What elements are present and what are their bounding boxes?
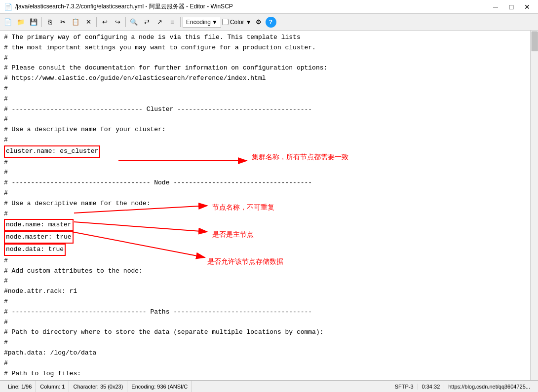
code-line: # https://www.elastic.co/guide/en/elasti… [4,73,526,84]
code-line: # Use a descriptive name for your cluste… [4,125,526,135]
code-line: # the most important settings you may wa… [4,43,526,53]
encoding-label: Encoding [186,19,211,26]
cut-button[interactable]: ✂ [57,16,69,28]
code-line: node.master: true [4,231,526,244]
code-line: # ------------------------------------ N… [4,178,526,188]
code-line: # [4,256,526,266]
code-line: node.data: true [4,244,526,256]
code-line: # [4,338,526,348]
encoding-arrow: ▼ [212,19,218,26]
code-line: # Please consult the documentation for f… [4,63,526,73]
settings-button[interactable]: ⚙ [253,16,265,28]
code-line: # Use a descriptive name for the node: [4,199,526,209]
color-label: Color [230,19,244,26]
help-button[interactable]: ? [266,17,276,28]
status-encoding: Encoding: 936 (ANSI/C [127,381,192,392]
code-line: # Path to directory where to store the d… [4,327,526,338]
code-line: # [4,379,526,380]
toolbar-sep-3 [125,17,126,27]
scrollbar-thumb[interactable] [532,32,538,51]
redo-button[interactable]: ↪ [112,16,123,28]
copy-button[interactable]: ⎘ [44,16,56,28]
replace-button[interactable]: ⇄ [141,16,153,28]
color-checkbox-label[interactable]: Color ▼ [222,19,252,26]
code-line: # Path to log files: [4,369,526,379]
code-line: # [4,53,526,64]
close-button[interactable]: ✕ [520,1,534,12]
maximize-button[interactable]: □ [504,1,518,12]
vertical-scrollbar[interactable] [530,31,538,380]
paste-button[interactable]: 📋 [70,16,81,28]
code-line: # [4,209,526,219]
code-line: node.name: master [4,219,526,231]
code-line: # [4,318,526,328]
color-checkbox[interactable] [222,19,229,25]
save-button[interactable]: 💾 [28,16,39,28]
toolbar-sep-2 [96,17,97,27]
delete-button[interactable]: ✕ [82,16,94,28]
code-line: # [4,188,526,199]
status-right: SFTP-3 0:34:32 https://blog.csdn.net/qq3… [391,384,534,390]
open-button[interactable]: 📁 [15,16,27,28]
window-title: /java/elasticsearch-7.3.2/config/elastic… [15,2,489,11]
status-column: Column: 1 [36,381,69,392]
editor-container: # The primary way of configuring a node … [0,31,538,380]
code-line: # [4,135,526,145]
undo-button[interactable]: ↩ [99,16,111,28]
status-sftp: SFTP-3 [391,384,418,390]
status-line: Line: 1/96 [4,381,36,392]
code-line: # [4,168,526,178]
toolbar-sep-4 [180,17,181,27]
goto-button[interactable]: ↗ [154,16,165,28]
new-button[interactable]: 📄 [2,16,14,28]
encoding-dropdown[interactable]: Encoding ▼ [183,17,221,28]
editor-content[interactable]: # The primary way of configuring a node … [0,31,530,380]
nav-button[interactable]: ≡ [166,16,178,28]
code-line: # [4,84,526,94]
status-time: 0:34:32 [418,384,445,390]
code-line: # ----------------------------------- Pa… [4,307,526,318]
minimize-button[interactable]: ─ [489,1,502,12]
code-line: # [4,358,526,369]
code-line: # [4,276,526,286]
status-url: https://blog.csdn.net/qq3604725... [444,384,534,390]
color-arrow: ▼ [246,19,252,26]
title-bar: 📄 /java/elasticsearch-7.3.2/config/elast… [0,0,538,14]
app-icon: 📄 [4,3,12,11]
code-line: #node.attr.rack: r1 [4,286,526,297]
code-line: # [4,94,526,105]
status-character: Character: 35 (0x23) [69,381,127,392]
find-button[interactable]: 🔍 [128,16,140,28]
code-line: # Add custom attributes to the node: [4,266,526,277]
code-line: # ---------------------------------- Clu… [4,105,526,115]
code-line: # [4,297,526,307]
toolbar: 📄 📁 💾 ⎘ ✂ 📋 ✕ ↩ ↪ 🔍 ⇄ ↗ ≡ Encoding ▼ Col… [0,14,538,31]
code-line: cluster.name: es_cluster [4,145,526,158]
code-line: #path.data: /log/to/data [4,348,526,358]
code-line: # [4,114,526,125]
toolbar-sep-1 [41,17,42,27]
code-line: # The primary way of configuring a node … [4,33,526,43]
status-bar: Line: 1/96 Column: 1 Character: 35 (0x23… [0,380,538,392]
window-controls: ─ □ ✕ [489,1,534,12]
code-line: # [4,158,526,168]
